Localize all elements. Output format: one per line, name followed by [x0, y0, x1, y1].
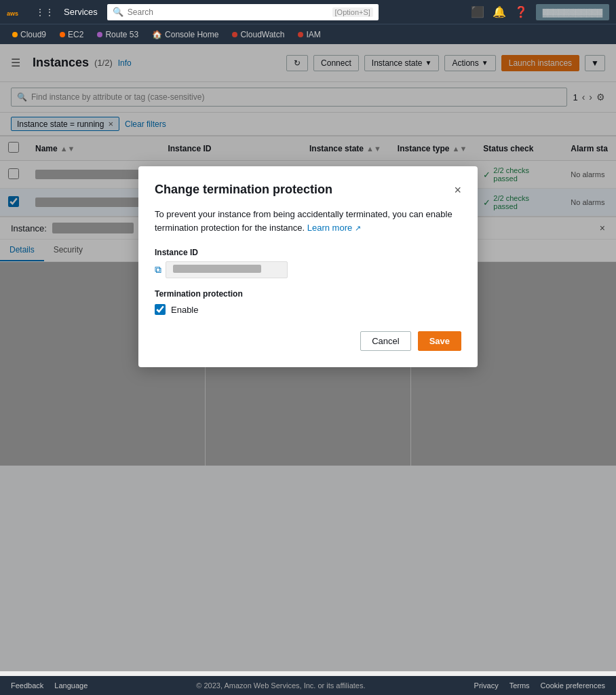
modal-body: To prevent your instance from being acci… — [155, 208, 461, 234]
iam-label: IAM — [306, 30, 320, 39]
top-navigation: aws ⋮⋮ Services 🔍 [Option+S] ⬛ 🔔 ❓ ▓▓▓▓▓… — [0, 0, 616, 24]
external-link-icon: ↗ — [355, 224, 361, 232]
ec2-dot-icon — [60, 32, 65, 37]
language-link[interactable]: Language — [54, 681, 88, 690]
footer-copyright: © 2023, Amazon Web Services, Inc. or its… — [98, 681, 463, 690]
enable-label: Enable — [171, 305, 198, 315]
services-button[interactable]: Services — [60, 4, 102, 20]
aws-logo[interactable]: aws — [7, 6, 27, 18]
learn-more-label: Learn more — [307, 223, 352, 233]
save-button[interactable]: Save — [418, 331, 461, 351]
learn-more-link[interactable]: Learn more ↗ — [307, 223, 361, 233]
cancel-button[interactable]: Cancel — [360, 331, 410, 351]
copy-icon[interactable]: ⧉ — [155, 264, 161, 276]
modal-backdrop: Change termination protection × To preve… — [0, 44, 616, 671]
route53-label: Route 53 — [105, 30, 138, 39]
cookie-preferences-link[interactable]: Cookie preferences — [541, 681, 605, 690]
instance-id-field-value: ⧉ — [155, 261, 461, 278]
bookmark-ec2[interactable]: EC2 — [54, 28, 89, 41]
search-icon: 🔍 — [113, 7, 123, 17]
cloud9-label: Cloud9 — [20, 30, 46, 39]
ec2-label: EC2 — [68, 30, 83, 39]
bookmark-cloud9[interactable]: Cloud9 — [7, 28, 52, 41]
modal-close-button[interactable]: × — [454, 184, 461, 196]
help-icon[interactable]: ❓ — [514, 5, 528, 18]
cloudwatch-label: CloudWatch — [240, 30, 284, 39]
nav-icons: ⬛ 🔔 ❓ ▓▓▓▓▓▓▓▓▓▓▓ — [471, 4, 609, 20]
instance-id-value-placeholder — [173, 265, 261, 273]
instance-id-value-box — [166, 261, 288, 278]
enable-protection-checkbox[interactable] — [155, 304, 166, 315]
search-shortcut: [Option+S] — [332, 7, 373, 17]
route53-dot-icon — [97, 32, 102, 37]
bookmark-console-home[interactable]: 🏠 Console Home — [147, 28, 224, 41]
change-termination-protection-modal: Change termination protection × To preve… — [138, 166, 478, 367]
main-area: ☰ Instances (1/2) Info ↻ Connect Instanc… — [0, 44, 616, 671]
bookmark-cloudwatch[interactable]: CloudWatch — [227, 28, 290, 41]
bookmark-iam[interactable]: IAM — [292, 28, 326, 41]
copyright-text: © 2023, Amazon Web Services, Inc. or its… — [196, 681, 365, 690]
modal-title: Change termination protection — [155, 183, 332, 197]
footer: Feedback Language © 2023, Amazon Web Ser… — [0, 676, 616, 695]
bookmarks-bar: Cloud9 EC2 Route 53 🏠 Console Home Cloud… — [0, 24, 616, 44]
svg-text:aws: aws — [7, 10, 18, 16]
profile-menu[interactable]: ▓▓▓▓▓▓▓▓▓▓▓ — [536, 4, 609, 20]
bookmark-route53[interactable]: Route 53 — [92, 28, 144, 41]
instance-id-field-label: Instance ID — [155, 248, 461, 257]
iam-dot-icon — [298, 32, 303, 37]
termination-protection-checkbox-row: Enable — [155, 304, 461, 315]
cloud9-dot-icon — [12, 32, 18, 37]
termination-protection-label: Termination protection — [155, 289, 461, 299]
notification-icon[interactable]: 🔔 — [493, 5, 506, 18]
console-home-label: Console Home — [165, 30, 218, 39]
console-home-icon: 🏠 — [152, 30, 162, 39]
search-bar: 🔍 [Option+S] — [107, 4, 379, 20]
terms-link[interactable]: Terms — [509, 681, 530, 690]
privacy-link[interactable]: Privacy — [474, 681, 499, 690]
modal-footer: Cancel Save — [155, 331, 461, 351]
grid-icon[interactable]: ⋮⋮ — [35, 7, 54, 18]
cloudwatch-dot-icon — [232, 32, 237, 37]
services-label: Services — [64, 7, 98, 17]
modal-description-text: To prevent your instance from being acci… — [155, 209, 453, 233]
search-input[interactable] — [128, 7, 328, 17]
modal-header: Change termination protection × — [155, 183, 461, 197]
footer-links: Privacy Terms Cookie preferences — [474, 681, 605, 690]
cloud-shell-icon[interactable]: ⬛ — [471, 5, 484, 18]
feedback-link[interactable]: Feedback — [11, 681, 43, 690]
